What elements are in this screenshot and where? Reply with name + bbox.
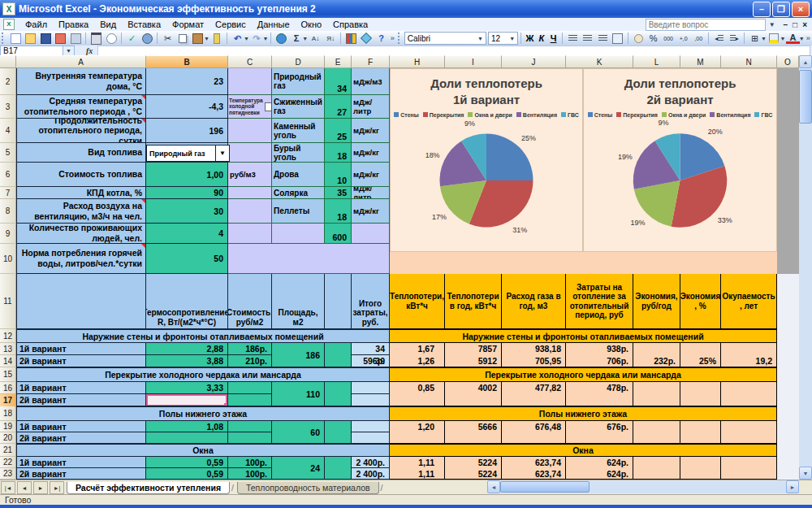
cell-d2[interactable]: Природный газ <box>272 68 325 95</box>
cells-k13-k14[interactable]: 938р.706р. <box>566 343 633 367</box>
borders-icon[interactable]: ⊞ <box>748 33 762 45</box>
cell-b6[interactable]: 1,00 <box>146 163 228 187</box>
print-icon[interactable] <box>89 33 103 45</box>
cut-icon[interactable]: ✂ <box>161 33 175 45</box>
cell-f8[interactable]: мДж/кг <box>352 199 390 224</box>
menu-view[interactable]: Вид <box>94 19 122 30</box>
cell-b4[interactable]: 196 <box>146 119 228 143</box>
cell-b10[interactable]: 50 <box>146 244 228 274</box>
cells-a22-a23[interactable]: 1й вариант2й вариант <box>16 457 146 480</box>
header-heating-cost[interactable]: Затраты на отопление за отопительный пер… <box>566 274 633 329</box>
header-cost[interactable]: Стоимость, руб/м2 <box>228 274 272 329</box>
cells-b19-b20[interactable]: 1,08 <box>146 421 228 444</box>
tab-next-icon[interactable]: ► <box>33 481 48 494</box>
row-header-3[interactable]: 3 <box>0 95 16 119</box>
align-center-icon[interactable] <box>581 33 594 45</box>
increase-indent-icon[interactable]: ▸ <box>728 33 741 45</box>
header-savings-pct[interactable]: Экономия , % <box>680 274 721 329</box>
cell-b8[interactable]: 30 <box>146 199 228 224</box>
row-header-9[interactable]: 9 <box>0 224 16 244</box>
cell-f10[interactable] <box>352 244 390 274</box>
cell-f4[interactable]: мДж/кг <box>352 119 390 143</box>
header-total[interactable]: Итого затраты, руб. <box>352 274 390 329</box>
sheet-tab-active[interactable]: Расчёт эффективности утепления <box>67 482 230 494</box>
new-icon[interactable] <box>9 33 23 45</box>
cell-c9[interactable] <box>228 224 272 244</box>
merge-center-icon[interactable] <box>611 33 624 45</box>
cell-e13-merged[interactable] <box>325 343 352 367</box>
paste-dropdown-icon[interactable]: ▼ <box>204 36 209 41</box>
name-box-dropdown-icon[interactable]: ▼ <box>63 46 75 56</box>
row-header-5[interactable]: 5 <box>0 143 16 163</box>
permission-icon[interactable] <box>69 33 83 45</box>
cell-d16-merged[interactable]: 110 <box>272 382 325 406</box>
row-header-14[interactable]: 14 <box>0 355 15 367</box>
row-header-13[interactable]: 13 <box>0 343 15 355</box>
checkbox[interactable] <box>265 102 272 111</box>
cell-a5[interactable]: Вид топлива <box>16 143 146 163</box>
section-title-left[interactable]: Наружние стены и фронтоны отапливаемых п… <box>16 329 390 343</box>
cell-e3[interactable]: 27 <box>325 95 352 119</box>
row-header-22[interactable]: 22 <box>0 457 15 468</box>
section-title-left[interactable]: Перекрытие холодного чердака или мансард… <box>16 367 390 382</box>
cells-m22-m23[interactable] <box>680 457 721 480</box>
cell-a6[interactable]: Стоимость топлива <box>16 163 146 187</box>
cells-n13-n14[interactable]: 19,2 <box>721 343 777 367</box>
font-size-select[interactable]: 12▼ <box>488 32 518 45</box>
bold-button[interactable]: Ж <box>524 33 536 43</box>
row-header-17[interactable]: 17 <box>0 394 15 406</box>
toolbar-options-icon[interactable]: » <box>391 34 395 42</box>
cells-c19-c20[interactable] <box>228 421 272 444</box>
selected-cell-b17[interactable] <box>146 394 227 406</box>
row-header-4[interactable]: 4 <box>0 119 16 143</box>
underline-button[interactable]: Ч <box>547 33 559 43</box>
open-icon[interactable] <box>24 33 37 45</box>
cell-b9[interactable]: 4 <box>146 224 228 244</box>
research-icon[interactable] <box>140 33 154 45</box>
pie-chart-variant-1[interactable]: Доли теплопотерь 1й вариант Стены Перекр… <box>390 68 583 252</box>
dropdown-arrow-icon[interactable]: ▼ <box>215 145 229 161</box>
cell-e10[interactable] <box>325 244 352 274</box>
doc-close-icon[interactable]: × <box>802 20 807 29</box>
header-gas-year[interactable]: Расход газа в год, м3 <box>502 274 566 329</box>
help-icon[interactable]: ? <box>374 33 388 45</box>
col-header-B[interactable]: B <box>146 55 228 68</box>
fx-icon[interactable]: fx <box>86 46 93 55</box>
cell-e9[interactable]: 600 <box>325 224 352 244</box>
horizontal-scroll-thumb[interactable] <box>500 481 590 493</box>
cell-d22-merged[interactable]: 24 <box>272 457 325 480</box>
redo-icon[interactable]: ↷ <box>250 33 264 45</box>
cells-m13-m14[interactable]: 25% <box>680 343 721 367</box>
sheet-tab-inactive[interactable]: Теплопроводность материалов <box>237 482 379 494</box>
cell-d9[interactable] <box>272 224 325 244</box>
select-all-corner[interactable] <box>0 55 16 68</box>
cell-e8[interactable]: 18 <box>325 199 352 224</box>
cells-m16-m17[interactable] <box>680 382 721 406</box>
scroll-down-icon[interactable]: ▼ <box>799 467 812 480</box>
cells-l16-l17[interactable] <box>633 382 680 406</box>
col-header-D[interactable]: D <box>272 55 325 68</box>
col-header-M[interactable]: M <box>680 55 721 68</box>
format-painter-icon[interactable] <box>210 33 224 45</box>
cell-a11[interactable] <box>16 274 146 329</box>
autosum-icon[interactable]: Σ <box>290 33 304 45</box>
cells-i13-i14[interactable]: 78575912 <box>445 343 502 367</box>
cells-h13-h14[interactable]: 1,671,26 <box>390 343 445 367</box>
cell-e7[interactable]: 35 <box>325 187 352 199</box>
cell-d3[interactable]: Сжиженный газ <box>272 95 325 119</box>
font-select[interactable]: Calibri▼ <box>404 32 486 45</box>
cells-i19-i20[interactable]: 5666 <box>445 421 502 444</box>
cells-f13-f14[interactable]: 34 596р.39 060р. <box>352 343 390 367</box>
row-header-18[interactable]: 18 <box>0 406 16 421</box>
restore-button[interactable]: ❐ <box>772 2 790 17</box>
align-right-icon[interactable] <box>596 33 610 45</box>
cell-a10[interactable]: Норма потребления горячей воды, литров/ч… <box>16 244 146 274</box>
menu-tools[interactable]: Сервис <box>209 19 252 30</box>
cells-h19-h20[interactable]: 1,20 <box>390 421 445 444</box>
cells-n22-n23[interactable] <box>721 457 777 480</box>
question-dropdown-icon[interactable]: ▼ <box>766 21 779 28</box>
toolbar-grip-2[interactable] <box>398 33 403 44</box>
row-header-21[interactable]: 21 <box>0 444 16 457</box>
row-header-12[interactable]: 12 <box>0 329 16 343</box>
row-header-23[interactable]: 23 <box>0 468 15 480</box>
